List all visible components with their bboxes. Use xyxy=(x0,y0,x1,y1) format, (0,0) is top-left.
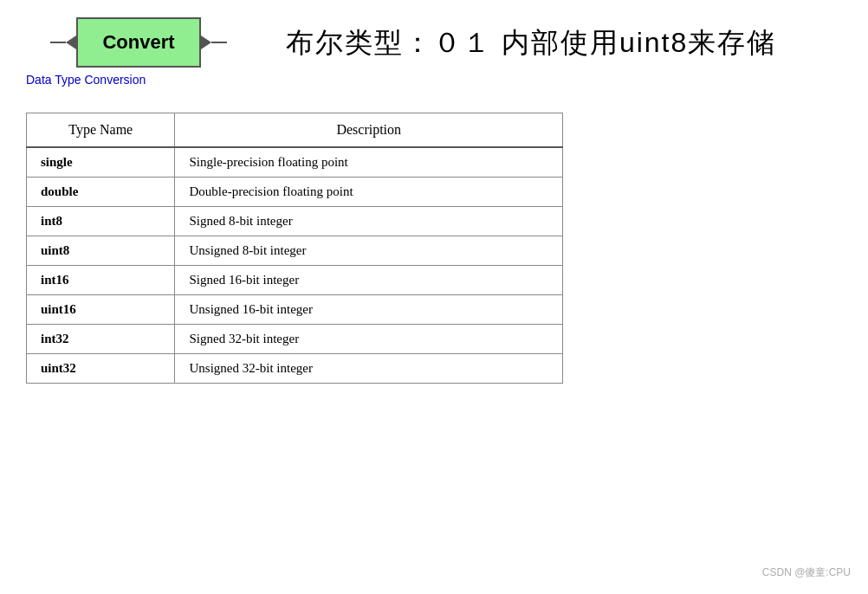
col-header-description: Description xyxy=(175,113,563,148)
cell-description: Signed 16-bit integer xyxy=(175,266,563,295)
cell-description: Unsigned 8-bit integer xyxy=(175,236,563,266)
convert-label: Convert xyxy=(102,31,174,53)
cell-description: Single-precision floating point xyxy=(175,147,563,178)
cell-type-name: double xyxy=(27,178,175,207)
table-section: Type Name Description singleSingle-preci… xyxy=(26,113,842,384)
block-row: Convert xyxy=(50,17,226,68)
right-arrow-line xyxy=(211,42,227,43)
table-row: uint8Unsigned 8-bit integer xyxy=(27,236,563,266)
cell-type-name: single xyxy=(27,147,175,178)
cell-description: Unsigned 16-bit integer xyxy=(175,295,563,325)
block-diagram: Convert Data Type Conversion xyxy=(26,17,251,87)
table-row: int16Signed 16-bit integer xyxy=(27,266,563,295)
left-arrowhead-icon xyxy=(66,36,76,49)
page-title: 布尔类型：０１ 内部使用uint8来存储 xyxy=(286,17,776,59)
block-label: Data Type Conversion xyxy=(26,73,146,87)
data-type-table: Type Name Description singleSingle-preci… xyxy=(26,113,563,384)
convert-block: Convert xyxy=(76,17,200,68)
table-row: int8Signed 8-bit integer xyxy=(27,207,563,236)
table-row: int32Signed 32-bit integer xyxy=(27,325,563,354)
table-row: singleSingle-precision floating point xyxy=(27,147,563,178)
cell-description: Signed 32-bit integer xyxy=(175,325,563,354)
cell-type-name: uint8 xyxy=(27,236,175,266)
table-row: uint16Unsigned 16-bit integer xyxy=(27,295,563,325)
left-arrow-line xyxy=(50,42,66,43)
cell-type-name: uint32 xyxy=(27,354,175,384)
right-arrowhead-icon xyxy=(201,36,211,49)
col-header-type-name: Type Name xyxy=(27,113,175,148)
cell-description: Signed 8-bit integer xyxy=(175,207,563,236)
cell-description: Double-precision floating point xyxy=(175,178,563,207)
cell-description: Unsigned 32-bit integer xyxy=(175,354,563,384)
cell-type-name: int8 xyxy=(27,207,175,236)
cell-type-name: int16 xyxy=(27,266,175,295)
table-row: uint32Unsigned 32-bit integer xyxy=(27,354,563,384)
table-row: doubleDouble-precision floating point xyxy=(27,178,563,207)
top-section: Convert Data Type Conversion 布尔类型：０１ 内部使… xyxy=(26,17,842,87)
watermark: CSDN @傻童:CPU xyxy=(762,565,851,580)
cell-type-name: int32 xyxy=(27,325,175,354)
cell-type-name: uint16 xyxy=(27,295,175,325)
